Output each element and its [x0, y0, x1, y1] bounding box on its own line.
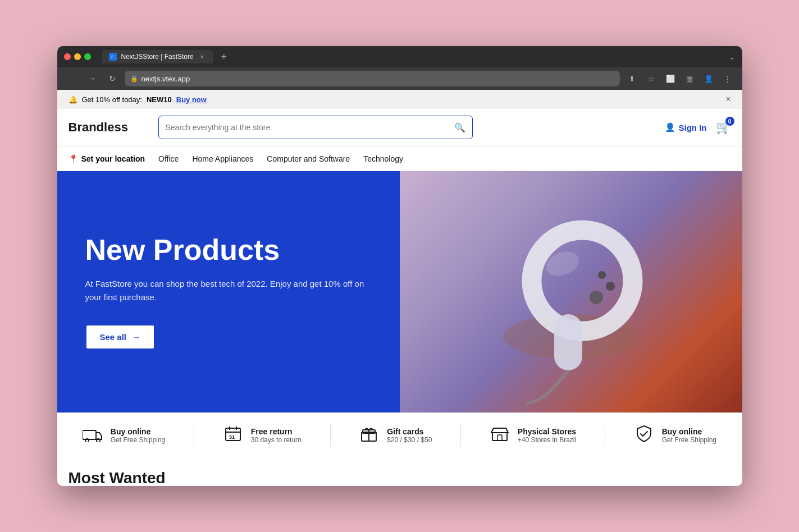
svg-rect-7: [83, 430, 96, 439]
browser-tabs: F NextJSStore | FastStore × +: [102, 50, 724, 63]
next-section-title: Most Wanted: [69, 469, 166, 486]
tab-scroll-arrows[interactable]: ⌄: [729, 52, 736, 61]
back-button[interactable]: ←: [64, 71, 80, 86]
cart-button[interactable]: 🛒 0: [716, 120, 731, 135]
nav-item-office[interactable]: Office: [158, 148, 179, 170]
feature-title-buy-online-1: Buy online: [111, 427, 165, 436]
feature-item-free-return: 31 Free return 30 days to return: [223, 425, 302, 446]
see-all-label: See all: [100, 332, 127, 342]
next-section: Most Wanted: [57, 458, 742, 486]
page-content: 🔔 Get 10% off today: NEW10 Buy now × Bra…: [57, 90, 742, 486]
user-icon: 👤: [665, 122, 675, 132]
share-icon[interactable]: ⬆: [624, 71, 640, 86]
feature-item-buy-online-1: Buy online Get Free Shipping: [83, 426, 165, 446]
svg-point-4: [606, 282, 615, 291]
shield-icon: [634, 425, 654, 447]
signin-label: Sign In: [679, 123, 707, 132]
profile-icon[interactable]: 👤: [701, 71, 716, 86]
announcement-link[interactable]: Buy now: [176, 95, 207, 104]
hero-title: New Products: [85, 234, 372, 266]
announcement-bell-icon: 🔔: [69, 95, 77, 104]
extensions-icon[interactable]: ⬜: [663, 71, 678, 86]
feature-text-buy-online-1: Buy online Get Free Shipping: [111, 427, 165, 444]
menu-icon[interactable]: ⋮: [720, 71, 736, 86]
url-text: nextjs.vtex.app: [141, 75, 614, 83]
feature-item-physical-stores: Physical Stores +40 Stores in Brazil: [490, 426, 576, 446]
feature-bar: Buy online Get Free Shipping 31 Fre: [57, 412, 742, 458]
product-image-svg: [459, 180, 683, 404]
nav-item-computer[interactable]: Computer and Software: [267, 148, 350, 170]
svg-rect-18: [492, 433, 507, 441]
hero-image: [400, 171, 742, 412]
svg-point-8: [85, 439, 89, 442]
see-all-arrow-icon: →: [132, 332, 140, 342]
browser-window: F NextJSStore | FastStore × + ⌄ ← → ↻ 🔒 …: [57, 46, 742, 486]
feature-text-physical-stores: Physical Stores +40 Stores in Brazil: [518, 427, 576, 444]
new-tab-button[interactable]: +: [217, 50, 231, 63]
browser-tab[interactable]: F NextJSStore | FastStore ×: [102, 50, 213, 63]
hero-description: At FastStore you can shop the best tech …: [85, 277, 372, 304]
feature-subtitle-buy-online-1: Get Free Shipping: [111, 436, 165, 444]
feature-divider-4: [605, 424, 605, 447]
feature-divider-3: [460, 424, 461, 447]
calendar-icon: 31: [223, 425, 243, 446]
browser-toolbar: ← → ↻ 🔒 nextjs.vtex.app ⬆ ☆ ⬜ ▦ 👤 ⋮: [57, 67, 742, 90]
toolbar-icons: ⬆ ☆ ⬜ ▦ 👤 ⋮: [624, 71, 736, 86]
location-label: Set your location: [81, 154, 145, 163]
search-icon[interactable]: 🔍: [454, 122, 465, 133]
browser-titlebar: F NextJSStore | FastStore × + ⌄: [57, 46, 742, 67]
address-bar[interactable]: 🔒 nextjs.vtex.app: [125, 71, 620, 86]
feature-subtitle-gift-cards: $20 / $30 / $50: [387, 436, 432, 444]
svg-rect-2: [554, 314, 582, 370]
forward-button[interactable]: →: [84, 71, 100, 86]
nav-item-technology[interactable]: Technology: [363, 148, 403, 170]
shipping-icon: [83, 426, 103, 446]
feature-title-buy-online-2: Buy online: [662, 427, 716, 436]
tab-favicon: F: [109, 53, 117, 61]
announcement-close-button[interactable]: ×: [725, 94, 730, 104]
announcement-bar: 🔔 Get 10% off today: NEW10 Buy now ×: [57, 90, 742, 109]
site-logo[interactable]: Brandless: [69, 120, 147, 135]
search-input[interactable]: [166, 123, 450, 132]
lock-icon: 🔒: [130, 75, 138, 82]
fullscreen-button[interactable]: [84, 53, 91, 60]
hero-left: New Products At FastStore you can shop t…: [57, 171, 400, 412]
store-icon: [490, 426, 510, 446]
svg-point-3: [590, 291, 603, 304]
hero-right: [400, 171, 742, 412]
gift-icon: [359, 425, 379, 446]
nav-item-home-appliances[interactable]: Home Appliances: [192, 148, 253, 170]
bookmark-icon[interactable]: ☆: [643, 71, 659, 86]
svg-point-9: [97, 439, 100, 442]
feature-item-buy-online-2: Buy online Get Free Shipping: [634, 425, 716, 447]
feature-subtitle-free-return: 30 days to return: [251, 436, 302, 444]
close-button[interactable]: [64, 53, 71, 60]
hero-section: New Products At FastStore you can shop t…: [57, 171, 742, 412]
reload-button[interactable]: ↻: [104, 71, 120, 86]
feature-text-free-return: Free return 30 days to return: [251, 427, 302, 444]
svg-text:31: 31: [229, 434, 235, 440]
tab-close-button[interactable]: ×: [198, 53, 206, 61]
minimize-button[interactable]: [74, 53, 81, 60]
feature-title-free-return: Free return: [251, 427, 302, 436]
feature-text-gift-cards: Gift cards $20 / $30 / $50: [387, 427, 432, 444]
feature-divider-1: [194, 424, 194, 447]
feature-subtitle-physical-stores: +40 Stores in Brazil: [518, 436, 576, 444]
announcement-prefix: Get 10% off today:: [82, 95, 142, 104]
cart-badge: 0: [725, 117, 734, 126]
search-bar[interactable]: 🔍: [158, 116, 473, 139]
see-all-button[interactable]: See all →: [85, 324, 156, 350]
nav-location[interactable]: 📍 Set your location: [69, 154, 145, 163]
feature-divider-2: [330, 424, 331, 447]
traffic-lights: [64, 53, 91, 60]
location-pin-icon: 📍: [69, 154, 78, 163]
signin-button[interactable]: 👤 Sign In: [665, 122, 707, 132]
site-header: Brandless 🔍 👤 Sign In 🛒 0: [57, 109, 742, 146]
feature-title-physical-stores: Physical Stores: [518, 427, 576, 436]
feature-item-gift-cards: Gift cards $20 / $30 / $50: [359, 425, 432, 446]
tab-title: NextJSStore | FastStore: [121, 53, 194, 61]
announcement-left: 🔔 Get 10% off today: NEW10 Buy now: [69, 95, 207, 104]
sidebar-icon[interactable]: ▦: [682, 71, 697, 86]
site-nav: 📍 Set your location Office Home Applianc…: [57, 146, 742, 171]
feature-subtitle-buy-online-2: Get Free Shipping: [662, 436, 716, 444]
